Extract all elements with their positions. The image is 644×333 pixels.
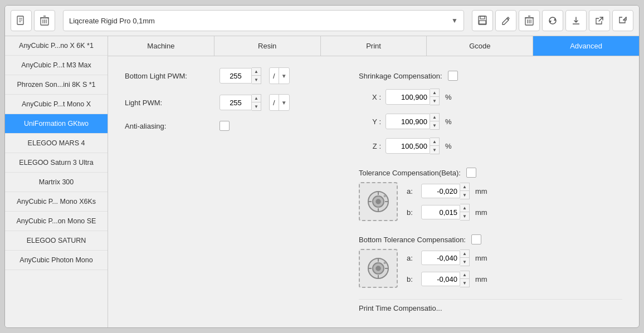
left-panel: Bottom Light PWM: ▲ ▼ / ▼ [125,67,336,316]
bottom-tolerance-a-up[interactable]: ▲ [460,250,469,258]
slash-arrow-1[interactable]: ▼ [279,68,289,84]
tab-resin[interactable]: Resin [214,36,321,56]
import-button[interactable] [612,10,633,31]
tab-gcode[interactable]: Gcode [427,36,533,56]
light-pwm-down[interactable]: ▼ [252,102,261,110]
bottom-light-pwm-label: Bottom Light PWM: [125,72,214,80]
sidebar-item-elegoo-saturn[interactable]: ELEGOO SATURN [5,231,108,251]
anti-aliasing-label: Anti-aliasing: [125,122,214,130]
save-profile-button[interactable] [472,10,493,31]
y-input-group: ▲ ▼ [386,113,440,130]
x-down[interactable]: ▼ [430,97,439,105]
tab-advanced[interactable]: Advanced [533,36,639,56]
slash-label-2: / [270,95,279,110]
anti-aliasing-checkbox[interactable] [219,121,230,131]
tabs-bar: Machine Resin Print Gcode Advanced [108,36,639,56]
bottom-light-pwm-input[interactable] [219,68,252,84]
tolerance-a-down[interactable]: ▼ [460,191,469,199]
export-button[interactable] [589,10,610,31]
delete-profile-button[interactable] [519,10,540,31]
bottom-tolerance-ab-fields: a: ▲ ▼ mm [407,249,487,287]
dropdown-arrow-icon: ▼ [451,17,458,25]
right-panel: Shrinkage Compensation: X : ▲ ▼ [359,67,622,316]
bottom-tolerance-b-down[interactable]: ▼ [460,279,469,287]
delete-button[interactable] [34,10,55,31]
sidebar-item-anycubic-mono-x6ks[interactable]: AnyCubic P... Mono X6Ks [5,192,108,212]
sidebar-item-anycubic-mono-se[interactable]: AnyCubic P...on Mono SE [5,212,108,231]
tolerance-b-up[interactable]: ▲ [460,204,469,212]
tolerance-a-input[interactable] [421,184,460,198]
slash-arrow-2[interactable]: ▼ [279,95,289,110]
x-input[interactable] [386,89,430,105]
shrinkage-y-row: Y : ▲ ▼ % [370,113,622,130]
y-input[interactable] [386,114,430,129]
tolerance-compensation-checkbox[interactable] [466,168,476,178]
tolerance-b-input[interactable] [421,205,460,219]
bottom-light-pwm-input-group: ▲ ▼ [219,67,261,84]
tolerance-b-down[interactable]: ▼ [460,212,469,220]
refresh-button[interactable] [542,10,563,31]
bottom-tolerance-compensation-checkbox[interactable] [471,234,481,244]
bottom-tolerance-b-label: b: [407,275,417,283]
z-down[interactable]: ▼ [430,146,439,154]
y-up[interactable]: ▲ [430,114,439,121]
shrinkage-compensation-checkbox[interactable] [448,71,458,81]
profile-value: Liqcreate Rigid Pro 0,1mm [69,17,155,25]
tolerance-a-up[interactable]: ▲ [460,183,469,191]
print-time-compensation-label: Print Time Compensatio... [359,304,442,312]
y-down[interactable]: ▼ [430,121,439,129]
bottom-light-pwm-slash-dropdown[interactable]: / ▼ [269,67,290,84]
main-content: AnyCubic P...no X 6K *1 AnyCubic P...t M… [5,36,639,327]
y-label: Y : [370,117,381,126]
bottom-light-pwm-down[interactable]: ▼ [252,76,261,84]
sidebar-item-anycubic-pt-m3-max[interactable]: AnyCubic P...t M3 Max [5,56,108,75]
shrinkage-z-row: Z : ▲ ▼ % [370,138,622,154]
bottom-tolerance-a-input[interactable] [421,251,460,265]
sidebar-item-elegoo-saturn-3[interactable]: ELEGOO Saturn 3 Ultra [5,153,108,173]
app-window: Liqcreate Rigid Pro 0,1mm ▼ [4,5,640,328]
light-pwm-input[interactable] [219,95,252,110]
light-pwm-up[interactable]: ▲ [252,95,261,102]
svg-text:b.: b. [384,194,387,198]
bottom-tolerance-compensation-header: Bottom Tolerance Compensation: [359,234,622,244]
sidebar-item-anycubic-photon-mono[interactable]: AnyCubic Photon Mono [5,251,108,270]
sidebar-item-anycubic-pt-mono-x[interactable]: AnyCubic P...t Mono X [5,95,108,114]
sidebar-item-anycubic-pno-x6k[interactable]: AnyCubic P...no X 6K *1 [5,36,108,56]
z-pct: % [445,142,452,150]
x-pct: % [445,93,452,101]
content-area: Machine Resin Print Gcode Advanced Botto… [108,36,639,327]
bottom-tolerance-compensation-section: Bottom Tolerance Compensation: [359,231,622,288]
svg-text:b.: b. [384,261,387,265]
sidebar-item-phrozen-son-8k[interactable]: Phrozen Son...ini 8K S *1 [5,75,108,95]
tolerance-compensation-section: Tolerance Compensation(Beta): [359,164,622,221]
top-toolbar: Liqcreate Rigid Pro 0,1mm ▼ [5,6,639,36]
tolerance-compensation-header: Tolerance Compensation(Beta): [359,168,622,178]
bottom-light-pwm-up[interactable]: ▲ [252,68,261,76]
light-pwm-slash-dropdown[interactable]: / ▼ [269,94,290,111]
shrinkage-compensation-label: Shrinkage Compensation: [359,72,442,80]
bottom-tolerance-b-mm: mm [475,275,487,283]
tab-machine[interactable]: Machine [108,36,214,56]
bottom-tolerance-a-down[interactable]: ▼ [460,258,469,266]
new-button[interactable] [11,10,32,31]
tolerance-image-row: b. a: ▲ ▼ [359,182,622,221]
bottom-tolerance-b-up[interactable]: ▲ [460,271,469,279]
download-button[interactable] [565,10,587,31]
bottom-tolerance-b-input[interactable] [421,272,460,286]
sidebar-item-uniformation-gktwo[interactable]: UniFormation GKtwo [5,114,108,134]
bottom-tolerance-compensation-label: Bottom Tolerance Compensation: [359,236,466,244]
light-pwm-label: Light PWM: [125,99,214,107]
x-up[interactable]: ▲ [430,89,439,97]
z-input-group: ▲ ▼ [386,138,440,154]
sidebar-item-elegoo-mars-4[interactable]: ELEGOO MARS 4 [5,134,108,153]
z-up[interactable]: ▲ [430,138,439,146]
profile-dropdown[interactable]: Liqcreate Rigid Pro 0,1mm ▼ [63,10,464,31]
sidebar-item-martrix-300[interactable]: Martrix 300 [5,173,108,192]
edit-profile-button[interactable] [495,10,516,31]
anti-aliasing-row: Anti-aliasing: [125,121,336,131]
z-input[interactable] [386,138,430,154]
tolerance-b-label: b: [407,208,417,217]
tab-print[interactable]: Print [321,36,427,56]
tolerance-compensation-label: Tolerance Compensation(Beta): [359,169,461,177]
bottom-tolerance-b-input-group: ▲ ▼ [421,271,470,287]
